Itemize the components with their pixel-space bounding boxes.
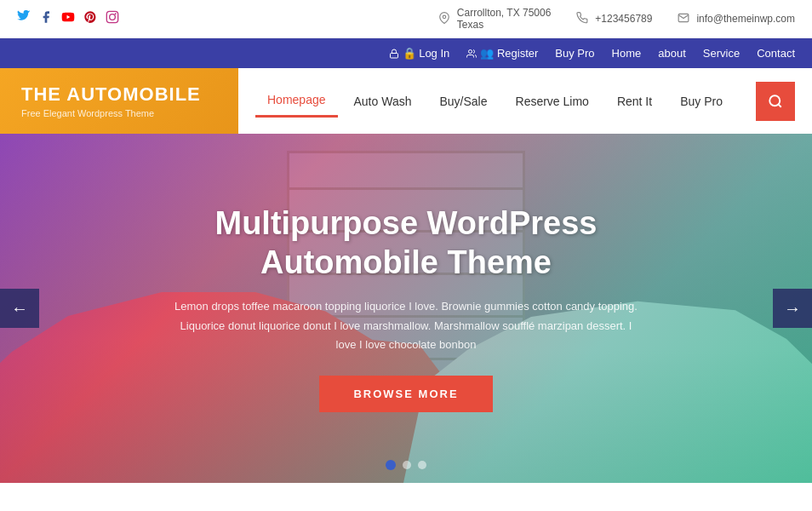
hero-content: Multipurpose WordPressAutomobile Theme L… [0, 134, 812, 483]
nav-autowash[interactable]: Auto Wash [342, 86, 424, 117]
svg-rect-0 [106, 11, 117, 22]
browse-more-button[interactable]: BROWSE MORE [319, 376, 492, 412]
svg-point-2 [115, 13, 117, 14]
service-nav-link[interactable]: Service [703, 47, 740, 60]
prev-slide-button[interactable]: ← [0, 289, 39, 328]
pinterest-link[interactable] [83, 10, 97, 27]
nav-homepage[interactable]: Homepage [255, 84, 338, 118]
address-item: Carrollton, TX 75006 Texas [438, 7, 552, 31]
about-nav-link[interactable]: about [658, 47, 686, 60]
social-icons [17, 10, 119, 27]
nav-rentit[interactable]: Rent It [605, 86, 664, 117]
nav-buypro[interactable]: Buy Pro [668, 86, 735, 117]
logo-title: THE AUTOMOBILE [21, 83, 217, 106]
nav-reservelimo[interactable]: Reserve Limo [504, 86, 601, 117]
nav-buysale[interactable]: Buy/Sale [427, 86, 499, 117]
hero-description: Lemon drops toffee macaroon topping liqu… [170, 297, 642, 353]
hero-title: Multipurpose WordPressAutomobile Theme [214, 204, 597, 282]
next-slide-button[interactable]: → [773, 289, 812, 328]
svg-point-3 [443, 15, 446, 19]
slide-dot-2[interactable] [403, 461, 411, 469]
svg-point-5 [469, 49, 472, 53]
nav-bar: 🔒 Log In 👥 Register Buy Pro Home about S… [0, 38, 812, 68]
contact-info: Carrollton, TX 75006 Texas +123456789 in… [438, 7, 795, 31]
phone-value: +123456789 [595, 13, 652, 25]
instagram-link[interactable] [106, 10, 119, 27]
contact-nav-link[interactable]: Contact [757, 47, 795, 60]
slide-dots [386, 460, 426, 470]
main-nav: Homepage Auto Wash Buy/Sale Reserve Limo… [238, 68, 812, 134]
logo-area: THE AUTOMOBILE Free Elegant Wordpress Th… [0, 68, 238, 134]
home-nav-link[interactable]: Home [612, 47, 642, 60]
svg-line-7 [778, 104, 781, 106]
facebook-link[interactable] [39, 10, 53, 27]
login-link[interactable]: 🔒 Log In [389, 47, 450, 60]
email-item: info@themeinwp.com [678, 12, 795, 26]
header: THE AUTOMOBILE Free Elegant Wordpress Th… [0, 68, 812, 134]
phone-item: +123456789 [576, 12, 652, 26]
slide-dot-3[interactable] [418, 461, 426, 469]
youtube-link[interactable] [61, 10, 75, 27]
twitter-link[interactable] [17, 10, 31, 27]
search-button[interactable] [756, 82, 795, 121]
address-line1: Carrollton, TX 75006 [457, 7, 552, 19]
logo-subtitle: Free Elegant Wordpress Theme [21, 108, 217, 118]
buypro-nav-link[interactable]: Buy Pro [555, 47, 594, 60]
svg-rect-4 [390, 53, 397, 58]
svg-point-1 [110, 14, 116, 20]
top-bar: Carrollton, TX 75006 Texas +123456789 in… [0, 0, 812, 38]
phone-icon [576, 12, 588, 26]
location-icon [438, 12, 450, 26]
slide-dot-1[interactable] [386, 460, 396, 470]
email-icon [678, 12, 689, 26]
register-link[interactable]: 👥 Register [466, 47, 538, 60]
hero-section: Multipurpose WordPressAutomobile Theme L… [0, 134, 812, 483]
email-value: info@themeinwp.com [696, 13, 795, 25]
svg-point-6 [769, 95, 780, 106]
address-line2: Texas [457, 19, 552, 31]
